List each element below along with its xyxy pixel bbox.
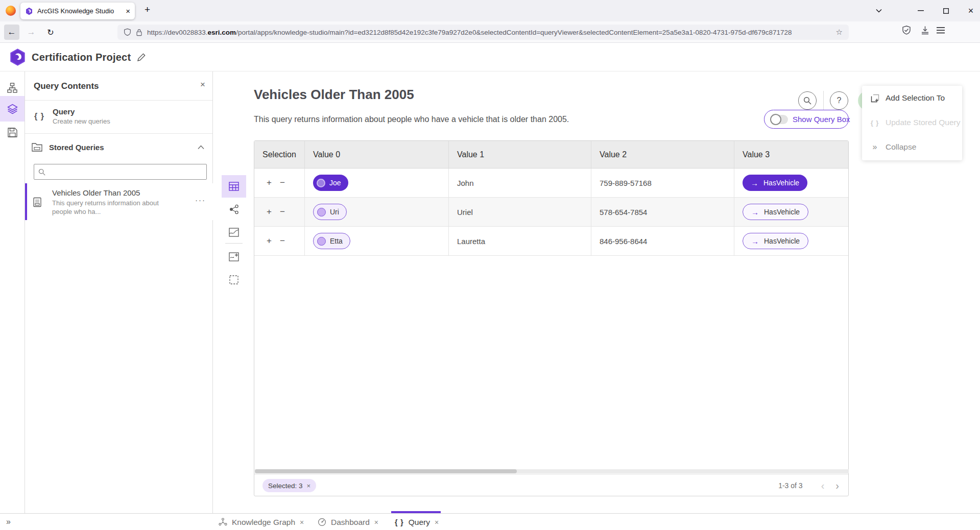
panel-title: Query Contents xyxy=(34,81,99,91)
reload-button[interactable]: ↻ xyxy=(43,25,58,40)
tab-close-icon[interactable]: × xyxy=(374,518,378,526)
protections-shield-icon[interactable] xyxy=(902,26,911,35)
entity-pill[interactable]: Etta xyxy=(313,233,350,249)
search-input[interactable] xyxy=(49,168,202,176)
clear-selection-icon[interactable]: × xyxy=(307,482,311,490)
table-row[interactable]: + − Etta Lauretta 846-956-8644 → HasVehi… xyxy=(254,227,848,256)
tab-close-icon[interactable]: × xyxy=(126,7,130,15)
selection-tools-button[interactable] xyxy=(222,269,246,291)
stored-query-item[interactable]: Vehicles Older Than 2005 This query retu… xyxy=(25,183,213,220)
help-button[interactable]: ? xyxy=(830,91,848,110)
expand-rail-icon[interactable]: » xyxy=(6,514,11,530)
relationship-pill[interactable]: → HasVehicle xyxy=(743,175,807,191)
cell-value2: 578-654-7854 xyxy=(591,198,734,226)
list-tabs-icon[interactable] xyxy=(871,0,887,21)
link-chart-view-button[interactable] xyxy=(222,198,246,221)
edit-title-icon[interactable] xyxy=(137,53,146,62)
toggle-track[interactable] xyxy=(771,115,788,124)
cell-value2: 759-889-57168 xyxy=(591,168,734,197)
entity-pill[interactable]: Joe xyxy=(313,175,348,191)
add-selection-icon[interactable]: + xyxy=(267,236,272,246)
url-domain: esri.com xyxy=(208,29,236,36)
context-menu: Add Selection To { } Update Stored Query… xyxy=(862,86,962,160)
save-page-icon[interactable] xyxy=(921,26,929,35)
add-selection-icon[interactable]: + xyxy=(267,178,272,188)
column-header[interactable]: Value 0 xyxy=(305,141,449,168)
remove-selection-icon[interactable]: − xyxy=(280,178,285,188)
query-item-subtitle: Create new queries xyxy=(53,117,110,125)
column-header[interactable]: Value 2 xyxy=(591,141,734,168)
relationship-pill[interactable]: → HasVehicle xyxy=(743,204,808,220)
header-divider xyxy=(823,91,824,110)
table-footer: Selected: 3 × 1-3 of 3 ‹ › xyxy=(254,474,848,496)
chevron-up-icon[interactable] xyxy=(198,145,204,150)
column-header[interactable]: Selection xyxy=(254,141,305,168)
show-query-box-toggle[interactable]: Show Query Box xyxy=(764,110,849,129)
selected-count-label: Selected: 3 xyxy=(268,482,303,490)
column-header[interactable]: Value 3 xyxy=(734,141,848,168)
window-close-button[interactable]: × xyxy=(963,0,978,21)
firefox-icon[interactable] xyxy=(6,6,16,16)
tab-close-icon[interactable]: × xyxy=(300,518,304,526)
stored-query-icon xyxy=(32,197,42,207)
tab-knowledge-graph[interactable]: Knowledge Graph × xyxy=(219,514,304,530)
double-chevron-icon: » xyxy=(870,142,879,152)
new-tab-button[interactable]: + xyxy=(145,4,150,15)
stored-query-description: This query returns information about peo… xyxy=(52,199,174,216)
window-maximize-button[interactable] xyxy=(938,0,953,21)
browser-tab[interactable]: ArcGIS Knowledge Studio × xyxy=(20,3,135,19)
save-button[interactable] xyxy=(0,119,25,145)
menu-item-add-selection-to[interactable]: Add Selection To xyxy=(862,86,962,110)
horizontal-scrollbar[interactable] xyxy=(255,469,849,473)
next-page-icon[interactable]: › xyxy=(835,480,839,491)
remove-selection-icon[interactable]: − xyxy=(280,207,285,217)
contents-button[interactable] xyxy=(0,96,25,122)
url-prefix: https://dev0028833. xyxy=(147,29,208,36)
entity-dot-icon xyxy=(317,179,325,187)
map-view-button[interactable] xyxy=(222,221,246,244)
braces-icon: { } xyxy=(870,119,879,127)
add-to-map-button[interactable] xyxy=(222,246,246,268)
active-tab-indicator xyxy=(391,511,441,513)
add-selection-icon[interactable]: + xyxy=(267,207,272,217)
previous-page-icon[interactable]: ‹ xyxy=(821,480,825,491)
tab-query[interactable]: { } Query × xyxy=(395,514,439,530)
panel-close-icon[interactable]: × xyxy=(200,80,205,90)
tab-dashboard[interactable]: Dashboard × xyxy=(318,514,378,530)
pagination-range: 1-3 of 3 xyxy=(778,481,802,490)
url-text[interactable]: https://dev0028833.esri.com/portal/apps/… xyxy=(147,29,831,36)
table-view-button[interactable] xyxy=(222,175,246,198)
url-bar[interactable]: https://dev0028833.esri.com/portal/apps/… xyxy=(117,25,849,40)
layers-icon xyxy=(7,104,18,114)
entity-label: Etta xyxy=(330,237,343,245)
browser-tab-strip: ArcGIS Knowledge Studio × + × xyxy=(0,0,980,21)
remove-selection-icon[interactable]: − xyxy=(280,236,285,246)
window-minimize-button[interactable] xyxy=(913,0,928,21)
back-button[interactable]: ← xyxy=(4,25,19,40)
menu-hamburger-icon[interactable] xyxy=(937,27,945,34)
tracking-shield-icon[interactable] xyxy=(124,28,131,36)
cell-value2: 846-956-8644 xyxy=(591,227,734,255)
scrollbar-thumb[interactable] xyxy=(255,469,517,473)
entity-pill[interactable]: Uri xyxy=(313,204,347,220)
column-header[interactable]: Value 1 xyxy=(449,141,591,168)
toggle-knob[interactable] xyxy=(770,114,781,125)
entity-dot-icon xyxy=(317,237,326,246)
menu-item-collapse[interactable]: » Collapse xyxy=(862,135,962,159)
relationship-pill[interactable]: → HasVehicle xyxy=(743,233,808,249)
entity-label: Uri xyxy=(330,208,339,216)
search-button[interactable] xyxy=(798,91,817,110)
selected-count-chip[interactable]: Selected: 3 × xyxy=(262,479,316,492)
table-row[interactable]: + − Uri Uriel 578-654-7854 → HasVehicle xyxy=(254,198,848,227)
stored-queries-label: Stored Queries xyxy=(49,143,104,152)
stored-queries-search[interactable] xyxy=(34,164,207,180)
bookmark-star-icon[interactable]: ☆ xyxy=(836,28,843,37)
braces-icon: { } xyxy=(34,112,44,121)
table-row[interactable]: + − Joe John 759-889-57168 → HasVehicle xyxy=(254,168,848,198)
tab-close-icon[interactable]: × xyxy=(435,518,439,526)
menu-item-update-stored-query[interactable]: { } Update Stored Query xyxy=(862,110,962,135)
forward-button[interactable]: → xyxy=(23,25,39,40)
query-item[interactable]: { } Query Create new queries xyxy=(25,101,212,134)
stored-queries-header[interactable]: Stored Queries xyxy=(25,139,212,158)
item-options-icon[interactable]: ··· xyxy=(195,196,206,204)
